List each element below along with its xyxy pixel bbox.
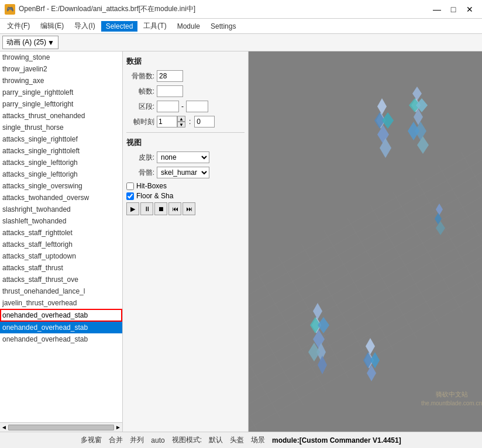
frame-time-input[interactable]	[157, 116, 177, 127]
skeleton-row: 骨骼: skel_humar skel_horse	[126, 167, 245, 178]
anim-dropdown[interactable]: 动画 (A) (25) ▼	[2, 36, 58, 49]
pause-button[interactable]: ⏸	[140, 202, 153, 215]
next-button[interactable]: ⏭	[183, 202, 195, 215]
list-item[interactable]: attacks_single_righttoleft	[0, 145, 122, 157]
spin-buttons: ▲ ▼	[177, 116, 185, 127]
window-title: OpenBrf - E:/Download/ani_attacks.brf[不在…	[19, 4, 195, 14]
list-item[interactable]: attacks_staff_lefttorigh	[0, 239, 122, 250]
maximize-button[interactable]: □	[446, 2, 461, 17]
bone-count-input[interactable]	[157, 70, 183, 82]
list-item[interactable]: attacks_staff_thrust	[0, 262, 122, 274]
menu-selected[interactable]: Selected	[101, 21, 138, 32]
list-item[interactable]: attacks_thrust_onehanded	[0, 110, 122, 122]
frame-count-row: 帧数:	[126, 85, 245, 97]
stop-button[interactable]: ⏹	[154, 202, 167, 215]
list-item[interactable]: throwing_stone	[0, 51, 122, 63]
floor-shadow-row: Floor & Sha	[126, 192, 245, 200]
app-icon: 🎮	[5, 4, 15, 15]
play-button[interactable]: ▶	[126, 202, 139, 215]
list-item[interactable]: attacks_single_overswing	[0, 180, 122, 192]
title-bar: 🎮 OpenBrf - E:/Download/ani_attacks.brf[…	[0, 0, 482, 19]
playback-controls: ▶ ⏸ ⏹ ⏮ ⏭	[126, 202, 245, 215]
separator	[126, 132, 245, 133]
menu-settings[interactable]: Settings	[206, 21, 240, 32]
middle-panel: 数据 骨骼数: 帧数: 区段: - 帧时刻 ▲ ▼ :	[123, 51, 249, 432]
list-item-highlighted[interactable]: onehanded_overhead_stab	[0, 309, 122, 322]
status-helmet[interactable]: 头盔	[230, 435, 244, 445]
status-auto[interactable]: auto	[151, 436, 164, 444]
skeleton-select[interactable]: skel_humar skel_horse	[157, 167, 209, 178]
list-item[interactable]: thrust_onehanded_lance_l	[0, 285, 122, 297]
scroll-right[interactable]: ►	[115, 424, 121, 430]
status-merge[interactable]: 合并	[109, 435, 123, 445]
menu-edit[interactable]: 编辑(E)	[36, 20, 68, 32]
status-bar: 多视窗 合并 并列 auto 视图模式: 默认 头盔 场景 module:[Cu…	[0, 432, 482, 448]
scroll-thumb[interactable]	[8, 425, 114, 430]
close-button[interactable]: ✕	[462, 2, 477, 17]
status-side-by-side[interactable]: 并列	[130, 435, 144, 445]
window-controls: — □ ✕	[429, 2, 477, 17]
floor-shadow-label: Floor & Sha	[136, 192, 173, 200]
hitboxes-row: Hit-Boxes	[126, 182, 245, 190]
horizontal-scrollbar[interactable]: ◄ ►	[0, 422, 122, 432]
main-content: throwing_stone throw_javelin2 throwing_a…	[0, 51, 482, 432]
list-item[interactable]: attacks_staff_righttolet	[0, 227, 122, 239]
frame-time-label: 帧时刻	[126, 117, 154, 127]
menu-tools[interactable]: 工具(T)	[139, 20, 171, 32]
list-item[interactable]: attacks_single_righttolef	[0, 133, 122, 145]
svg-text:the.mountblade.com.cn: the.mountblade.com.cn	[421, 400, 482, 406]
list-item[interactable]: throw_javelin2	[0, 63, 122, 75]
bone-count-label: 骨骼数:	[126, 71, 154, 81]
list-item[interactable]: slashright_twohanded	[0, 204, 122, 215]
menu-bar: 文件(F) 编辑(E) 导入(I) Selected 工具(T) Module …	[0, 19, 482, 34]
menu-file[interactable]: 文件(F)	[2, 20, 35, 32]
list-item[interactable]: throwing_axe	[0, 75, 122, 87]
list-item[interactable]: slashleft_twohanded	[0, 215, 122, 227]
frame-time-sub-input[interactable]	[194, 116, 215, 127]
scroll-left[interactable]: ◄	[1, 424, 7, 430]
list-item[interactable]: attacks_twohanded_oversw	[0, 192, 122, 204]
list-item[interactable]: javelin_thrust_overhead	[0, 297, 122, 309]
toolbar: 动画 (A) (25) ▼	[0, 34, 482, 51]
list-item-selected[interactable]: onehanded_overhead_stab	[0, 322, 122, 333]
bone-count-row: 骨骼数:	[126, 70, 245, 82]
floor-shadow-checkbox[interactable]	[126, 192, 134, 200]
segment-from-input[interactable]	[157, 101, 179, 112]
list-item[interactable]: onehanded_overhead_stab	[0, 333, 122, 345]
menu-import[interactable]: 导入(I)	[70, 20, 99, 32]
status-scene[interactable]: 场景	[251, 435, 265, 445]
prev-button[interactable]: ⏮	[168, 202, 181, 215]
list-item[interactable]: attacks_single_lefttorigh	[0, 157, 122, 168]
view-section-title: 视图	[126, 137, 245, 148]
list-item[interactable]: attacks_staff_thrust_ove	[0, 274, 122, 285]
list-item[interactable]: attacks_single_lefttorigh	[0, 168, 122, 180]
viewport-svg: 骑砍中文站 the.mountblade.com.cn	[249, 51, 482, 432]
list-item[interactable]: single_thrust_horse	[0, 122, 122, 133]
status-multiview[interactable]: 多视窗	[81, 435, 102, 445]
frame-count-label: 帧数:	[126, 87, 154, 97]
frame-time-spin: ▲ ▼	[157, 116, 185, 127]
viewport[interactable]: 骑砍中文站 the.mountblade.com.cn	[249, 51, 482, 432]
frame-count-input[interactable]	[157, 85, 183, 97]
spin-down[interactable]: ▼	[177, 122, 185, 127]
status-module: module:[Custom Commander V1.4451]	[272, 436, 401, 444]
spin-up[interactable]: ▲	[177, 116, 185, 122]
menu-module[interactable]: Module	[173, 21, 205, 32]
status-view-mode: 视图模式:	[172, 435, 202, 445]
list-item[interactable]: attacks_staff_uptodown	[0, 250, 122, 262]
minimize-button[interactable]: —	[429, 2, 445, 17]
hitboxes-label: Hit-Boxes	[136, 182, 167, 190]
skin-select[interactable]: none default	[157, 151, 209, 163]
list-item[interactable]: parry_single_righttoleft	[0, 87, 122, 98]
status-default[interactable]: 默认	[209, 435, 223, 445]
left-panel: throwing_stone throw_javelin2 throwing_a…	[0, 51, 123, 432]
list-item[interactable]: parry_single_lefttoright	[0, 98, 122, 110]
segment-to-input[interactable]	[186, 101, 208, 112]
anim-list[interactable]: throwing_stone throw_javelin2 throwing_a…	[0, 51, 122, 422]
svg-text:骑砍中文站: 骑砍中文站	[436, 391, 468, 398]
data-section-title: 数据	[126, 56, 245, 67]
frame-time-row: 帧时刻 ▲ ▼ :	[126, 116, 245, 127]
skin-label: 皮肤:	[126, 153, 154, 163]
hitboxes-checkbox[interactable]	[126, 182, 134, 190]
skin-row: 皮肤: none default	[126, 151, 245, 163]
